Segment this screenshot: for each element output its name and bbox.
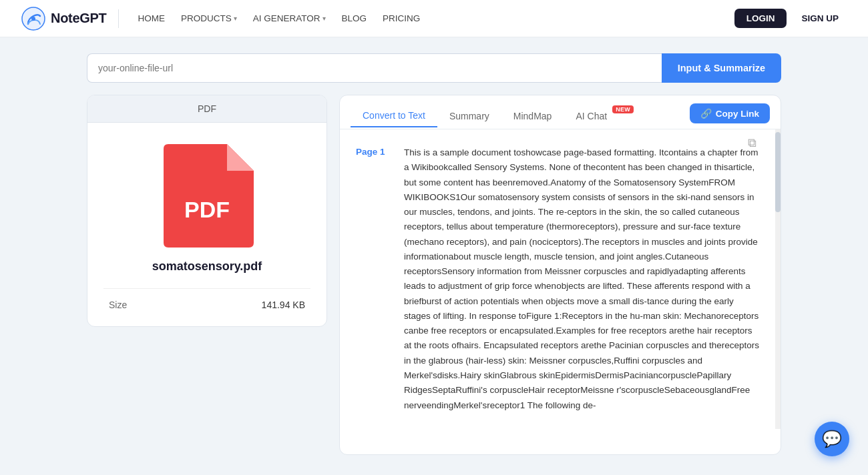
pdf-icon-area: PDF somatosensory.pdf Size 141.94 KB xyxy=(87,123,327,326)
scrollbar-track[interactable] xyxy=(775,129,781,429)
pdf-icon: PDF xyxy=(160,144,254,248)
chevron-icon: ▾ xyxy=(234,15,237,22)
logo-text: NoteGPT xyxy=(51,11,106,26)
pdf-icon-wrap: PDF xyxy=(160,144,254,248)
pdf-meta: Size 141.94 KB xyxy=(103,288,310,310)
link-icon: 🔗 xyxy=(700,108,712,119)
svg-point-1 xyxy=(31,17,35,21)
nav-links: HOME PRODUCTS ▾ AI GENERATOR ▾ BLOG PRIC… xyxy=(131,9,734,27)
tab-summary[interactable]: Summary xyxy=(437,105,501,127)
left-panel: PDF PDF somatosensory.pdf Size xyxy=(87,95,327,327)
tab-mindmap[interactable]: MindMap xyxy=(501,105,564,127)
panels-row: PDF PDF somatosensory.pdf Size xyxy=(87,95,781,455)
page-label: Page 1 xyxy=(356,147,388,413)
logo-icon xyxy=(21,7,45,31)
right-panel-tabs: Convert to Text Summary MindMap AI Chat … xyxy=(340,95,781,129)
nav-actions: LOGIN SIGN UP xyxy=(734,9,847,28)
chat-bubble-icon: 💬 xyxy=(822,430,842,448)
tab-convert-to-text[interactable]: Convert to Text xyxy=(351,105,437,127)
right-panel: Convert to Text Summary MindMap AI Chat … xyxy=(339,95,781,455)
copy-link-button[interactable]: 🔗 Copy Link xyxy=(690,103,770,123)
page-block-1: Page 1 This is a sample document toshowc… xyxy=(356,145,762,413)
nav-link-pricing[interactable]: PRICING xyxy=(376,9,427,27)
nav-link-blog[interactable]: BLOG xyxy=(335,9,374,27)
nav-link-products[interactable]: PRODUCTS ▾ xyxy=(174,9,244,27)
pdf-filename: somatosensory.pdf xyxy=(152,260,262,274)
page-text: This is a sample document toshowcase pag… xyxy=(404,145,762,413)
url-input[interactable] xyxy=(87,53,662,83)
copy-icon[interactable]: ⧉ xyxy=(748,136,756,150)
chevron-icon: ▾ xyxy=(322,15,326,22)
nav-link-home[interactable]: HOME xyxy=(131,9,172,27)
scrollbar-thumb[interactable] xyxy=(775,132,781,212)
nav-link-ai-generator[interactable]: AI GENERATOR ▾ xyxy=(246,9,333,27)
right-panel-body: ⧉ Page 1 This is a sample document tosho… xyxy=(340,129,781,429)
tab-ai-chat[interactable]: AI Chat NEW xyxy=(564,105,635,127)
main-content: Input & Summarize PDF PDF somat xyxy=(0,37,868,471)
size-value: 141.94 KB xyxy=(262,300,305,310)
navbar: NoteGPT HOME PRODUCTS ▾ AI GENERATOR ▾ B… xyxy=(0,0,868,37)
chat-bubble-button[interactable]: 💬 xyxy=(815,422,849,456)
svg-text:PDF: PDF xyxy=(184,197,230,222)
nav-divider xyxy=(118,9,119,28)
summarize-button[interactable]: Input & Summarize xyxy=(662,53,781,83)
left-panel-header: PDF xyxy=(87,95,327,123)
login-button[interactable]: LOGIN xyxy=(734,9,787,28)
logo[interactable]: NoteGPT xyxy=(21,7,106,31)
size-label: Size xyxy=(109,300,127,310)
url-bar-row: Input & Summarize xyxy=(87,53,781,83)
new-badge: NEW xyxy=(612,105,634,113)
signup-button[interactable]: SIGN UP xyxy=(793,9,847,28)
content-area: ⧉ Page 1 This is a sample document tosho… xyxy=(340,129,775,429)
